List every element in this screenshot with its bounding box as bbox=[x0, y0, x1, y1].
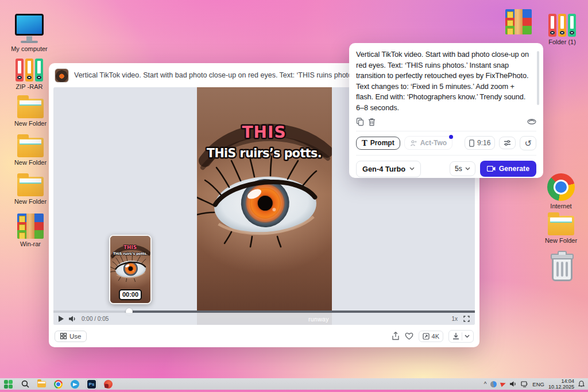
taskbar-red-app[interactable] bbox=[103, 379, 113, 389]
taskbar-photoshop[interactable]: Ps bbox=[87, 379, 96, 389]
runway-watermark: runway bbox=[308, 316, 329, 323]
enhance-prompt-button[interactable] bbox=[527, 118, 536, 125]
desktop-icon-zip-rar[interactable]: ZIP -RAR bbox=[7, 59, 52, 90]
notifications-bell-icon[interactable] bbox=[578, 381, 585, 387]
model-selector[interactable]: Gen-4 Turbo bbox=[356, 161, 421, 177]
tab-act-two-label: Act-Two bbox=[420, 139, 447, 147]
search-icon bbox=[21, 380, 29, 388]
desktop-icon-label: New Folder bbox=[14, 159, 47, 166]
folder-icon bbox=[17, 177, 44, 196]
taskbar-telegram[interactable] bbox=[70, 379, 80, 389]
notification-dot bbox=[449, 135, 453, 139]
duration-selector[interactable]: 5s bbox=[450, 161, 475, 176]
desktop-icon-label: New Folder bbox=[14, 120, 47, 127]
taskbar-search[interactable] bbox=[20, 379, 30, 389]
taskbar-file-explorer[interactable] bbox=[37, 379, 47, 389]
desktop-icon-label: My computer bbox=[11, 45, 48, 52]
reset-button[interactable]: ↺ bbox=[520, 136, 536, 150]
desktop-icon-new-folder-3[interactable]: New Folder bbox=[8, 172, 53, 205]
winrar-icon bbox=[505, 9, 532, 34]
desktop-icon-my-computer[interactable]: My computer bbox=[7, 14, 52, 52]
share-icon bbox=[392, 332, 400, 340]
volume-tray-icon[interactable] bbox=[510, 381, 517, 387]
desktop-icon-new-folder-1[interactable]: New Folder bbox=[8, 94, 53, 127]
download-icon bbox=[452, 332, 459, 340]
tab-prompt-label: Prompt bbox=[370, 139, 394, 147]
fullscreen-icon[interactable] bbox=[463, 316, 470, 322]
desktop-icon-label: Folder (1) bbox=[548, 38, 576, 45]
download-split-button[interactable] bbox=[448, 330, 474, 343]
tray-overflow-button[interactable]: ^ bbox=[484, 381, 487, 387]
archive-binders-icon bbox=[16, 59, 43, 81]
play-button[interactable] bbox=[59, 316, 64, 322]
sliders-icon bbox=[504, 139, 511, 146]
generation-thumbnail-icon[interactable] bbox=[55, 68, 69, 83]
generate-button[interactable]: Generate bbox=[480, 161, 536, 177]
video-frame[interactable] bbox=[197, 87, 332, 325]
wallpaper-strip bbox=[0, 390, 588, 392]
delete-prompt-button[interactable] bbox=[368, 118, 376, 126]
my-computer-icon bbox=[15, 14, 44, 36]
winrar-icon bbox=[17, 214, 44, 239]
textarea-scrollbar[interactable] bbox=[537, 51, 539, 105]
folder-icon bbox=[17, 99, 44, 118]
desktop-icon-recycle-bin[interactable] bbox=[540, 251, 585, 281]
timeline-thumbnail[interactable]: 00:00 bbox=[109, 235, 152, 304]
desktop-icon-winrar-top[interactable] bbox=[496, 9, 541, 34]
desktop-icon-label: New Folder bbox=[14, 198, 47, 205]
copy-prompt-button[interactable] bbox=[356, 118, 364, 126]
aspect-ratio-selector[interactable]: 9:16 bbox=[465, 136, 495, 150]
taskbar-chrome[interactable] bbox=[53, 379, 63, 389]
clock-date: 10.12.2025 bbox=[548, 384, 574, 390]
reset-icon: ↺ bbox=[524, 139, 532, 148]
copy-icon bbox=[356, 118, 364, 126]
upscale-4k-button[interactable]: 4K bbox=[419, 331, 443, 342]
tray-arrow-icon[interactable] bbox=[500, 381, 506, 387]
heart-icon bbox=[405, 332, 413, 340]
photoshop-icon: Ps bbox=[87, 380, 96, 389]
like-button[interactable] bbox=[405, 332, 413, 340]
trash-icon bbox=[368, 118, 376, 126]
red-app-icon bbox=[104, 380, 113, 389]
desktop-icon-label: Win-rar bbox=[20, 240, 41, 247]
desktop-icon-internet[interactable]: Internet bbox=[539, 173, 583, 209]
tab-prompt[interactable]: T Prompt bbox=[356, 137, 400, 150]
telegram-icon bbox=[71, 380, 79, 389]
quality-label: 4K bbox=[432, 333, 439, 340]
upscale-icon bbox=[423, 333, 430, 340]
use-button[interactable]: Use bbox=[55, 331, 87, 342]
chrome-icon bbox=[547, 173, 575, 201]
taskbar-clock[interactable]: 14:04 10.12.2025 bbox=[548, 378, 574, 390]
tab-act-two[interactable]: Act-Two bbox=[404, 136, 452, 150]
share-button[interactable] bbox=[392, 332, 400, 340]
folder-icon bbox=[37, 381, 46, 387]
duration-value: 5s bbox=[455, 165, 462, 173]
generate-label: Generate bbox=[499, 165, 529, 173]
archive-binders-icon bbox=[548, 14, 576, 37]
prompt-textarea[interactable]: Vertical TikTok video. Start with bad ph… bbox=[356, 49, 536, 114]
language-indicator[interactable]: ENG bbox=[532, 381, 544, 387]
desktop-icon-win-rar[interactable]: Win-rar bbox=[8, 214, 53, 247]
display-tray-icon[interactable] bbox=[521, 381, 528, 387]
desktop: My computer ZIP -RAR New Folder New Fold… bbox=[0, 0, 588, 392]
desktop-icon-new-folder-2[interactable]: New Folder bbox=[8, 133, 53, 166]
tray-app-icon[interactable] bbox=[490, 381, 497, 387]
playback-speed[interactable]: 1x bbox=[451, 316, 458, 322]
phone-portrait-icon bbox=[469, 139, 474, 147]
settings-button[interactable] bbox=[499, 137, 516, 149]
aspect-ratio-value: 9:16 bbox=[477, 139, 490, 147]
chevron-down-icon bbox=[409, 167, 415, 170]
prompt-panel: Vertical TikTok video. Start with bad ph… bbox=[349, 43, 543, 178]
video-camera-icon bbox=[487, 166, 496, 172]
folder-icon bbox=[548, 216, 574, 235]
trash-icon bbox=[552, 257, 572, 281]
start-button[interactable] bbox=[3, 379, 13, 389]
chevron-down-icon bbox=[465, 335, 470, 338]
chevron-down-icon bbox=[465, 167, 470, 170]
time-display: 0:00 / 0:05 bbox=[82, 316, 109, 322]
desktop-icon-new-folder-right[interactable]: New Folder bbox=[539, 211, 583, 244]
volume-icon[interactable] bbox=[69, 316, 76, 322]
desktop-icon-folder-1[interactable]: Folder (1) bbox=[540, 14, 585, 45]
window-footer: Use 4K bbox=[49, 325, 479, 347]
clock-time: 14:04 bbox=[548, 378, 574, 384]
